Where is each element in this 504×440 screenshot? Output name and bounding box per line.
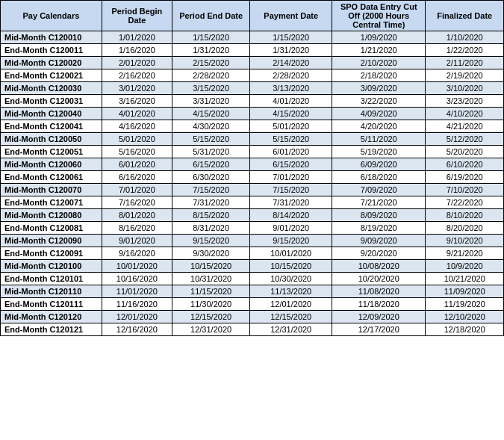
pay-calendar-name: End-Month C120101 [1,273,102,285]
date-cell: 5/19/2020 [332,146,426,158]
date-cell: 8/15/2020 [172,209,249,222]
date-cell: 2/14/2020 [250,57,332,69]
date-cell: 9/21/2020 [426,247,504,260]
date-cell: 2/28/2020 [172,69,249,82]
date-cell: 4/09/2020 [332,108,426,120]
date-cell: 3/01/2020 [102,82,172,95]
pay-calendar-name: End-Month C120051 [1,146,102,158]
date-cell: 10/30/2020 [250,273,332,285]
date-cell: 4/01/2020 [102,108,172,120]
date-cell: 9/15/2020 [250,235,332,247]
date-cell: 6/15/2020 [172,158,249,171]
date-cell: 1/22/2020 [426,44,504,57]
table-row: Mid-Month C1200909/01/20209/15/20209/15/… [1,235,504,247]
pay-calendar-name: Mid-Month C120070 [1,184,102,196]
date-cell: 9/09/2020 [332,235,426,247]
date-cell: 4/15/2020 [172,108,249,120]
pay-calendar-name: End-Month C120111 [1,298,102,311]
date-cell: 4/21/2020 [426,120,504,133]
table-row: End-Month C12012112/16/202012/31/202012/… [1,323,504,336]
date-cell: 8/19/2020 [332,222,426,235]
date-cell: 5/15/2020 [172,133,249,146]
date-cell: 8/20/2020 [426,222,504,235]
pay-calendar-name: Mid-Month C120020 [1,57,102,69]
header-spo-cutoff: SPO Data Entry Cut Off (2000 Hours Centr… [332,1,426,31]
date-cell: 1/09/2020 [332,31,426,44]
date-cell: 2/18/2020 [332,69,426,82]
date-cell: 11/30/2020 [172,298,249,311]
date-cell: 3/15/2020 [172,82,249,95]
date-cell: 7/09/2020 [332,184,426,196]
pay-calendar-name: End-Month C120011 [1,44,102,57]
date-cell: 7/15/2020 [250,184,332,196]
date-cell: 12/09/2020 [332,311,426,323]
date-cell: 1/31/2020 [250,44,332,57]
pay-calendar-name: End-Month C120081 [1,222,102,235]
header-period-end: Period End Date [172,1,249,31]
table-row: Mid-Month C1200808/01/20208/15/20208/14/… [1,209,504,222]
date-cell: 3/23/2020 [426,95,504,108]
date-cell: 12/01/2020 [250,298,332,311]
date-cell: 8/31/2020 [172,222,249,235]
date-cell: 10/31/2020 [172,273,249,285]
date-cell: 9/16/2020 [102,247,172,260]
table-row: End-Month C1200919/16/20209/30/202010/01… [1,247,504,260]
table-row: End-Month C1200414/16/20204/30/20205/01/… [1,120,504,133]
date-cell: 10/15/2020 [250,260,332,273]
table-row: End-Month C1200515/16/20205/31/20206/01/… [1,146,504,158]
date-cell: 11/18/2020 [332,298,426,311]
date-cell: 9/10/2020 [426,235,504,247]
date-cell: 12/10/2020 [426,311,504,323]
date-cell: 11/19/2020 [426,298,504,311]
pay-calendar-name: End-Month C120031 [1,95,102,108]
pay-calendar-name: End-Month C120091 [1,247,102,260]
date-cell: 5/11/2020 [332,133,426,146]
date-cell: 8/09/2020 [332,209,426,222]
date-cell: 3/10/2020 [426,82,504,95]
date-cell: 7/21/2020 [332,196,426,209]
table-row: Mid-Month C12012012/01/202012/15/202012/… [1,311,504,323]
date-cell: 4/15/2020 [250,108,332,120]
date-cell: 2/01/2020 [102,57,172,69]
date-cell: 6/19/2020 [426,171,504,184]
date-cell: 5/12/2020 [426,133,504,146]
table-row: Mid-Month C1200505/01/20205/15/20205/15/… [1,133,504,146]
date-cell: 10/9/2020 [426,260,504,273]
date-cell: 12/17/2020 [332,323,426,336]
date-cell: 9/01/2020 [102,235,172,247]
date-cell: 3/09/2020 [332,82,426,95]
date-cell: 2/19/2020 [426,69,504,82]
table-row: End-Month C12010110/16/202010/31/202010/… [1,273,504,285]
date-cell: 2/28/2020 [250,69,332,82]
pay-calendar-name: Mid-Month C120050 [1,133,102,146]
table-row: Mid-Month C12010010/01/202010/15/202010/… [1,260,504,273]
date-cell: 6/09/2020 [332,158,426,171]
pay-calendar-name: End-Month C120061 [1,171,102,184]
date-cell: 11/08/2020 [332,285,426,298]
date-cell: 7/16/2020 [102,196,172,209]
date-cell: 7/01/2020 [102,184,172,196]
date-cell: 7/01/2020 [250,171,332,184]
date-cell: 5/15/2020 [250,133,332,146]
date-cell: 1/15/2020 [250,31,332,44]
header-payment-date: Payment Date [250,1,332,31]
pay-calendar-name: Mid-Month C120120 [1,311,102,323]
date-cell: 6/15/2020 [250,158,332,171]
date-cell: 8/16/2020 [102,222,172,235]
date-cell: 1/31/2020 [172,44,249,57]
date-cell: 4/01/2020 [250,95,332,108]
date-cell: 11/01/2020 [102,285,172,298]
date-cell: 10/21/2020 [426,273,504,285]
pay-calendar-name: End-Month C120071 [1,196,102,209]
date-cell: 7/10/2020 [426,184,504,196]
date-cell: 12/18/2020 [426,323,504,336]
date-cell: 2/10/2020 [332,57,426,69]
table-row: End-Month C1200616/16/20206/30/20207/01/… [1,171,504,184]
date-cell: 2/16/2020 [102,69,172,82]
date-cell: 1/15/2020 [172,31,249,44]
table-row: End-Month C1200212/16/20202/28/20202/28/… [1,69,504,82]
date-cell: 6/01/2020 [102,158,172,171]
table-row: Mid-Month C12011011/01/202011/15/202011/… [1,285,504,298]
date-cell: 6/18/2020 [332,171,426,184]
date-cell: 12/15/2020 [250,311,332,323]
